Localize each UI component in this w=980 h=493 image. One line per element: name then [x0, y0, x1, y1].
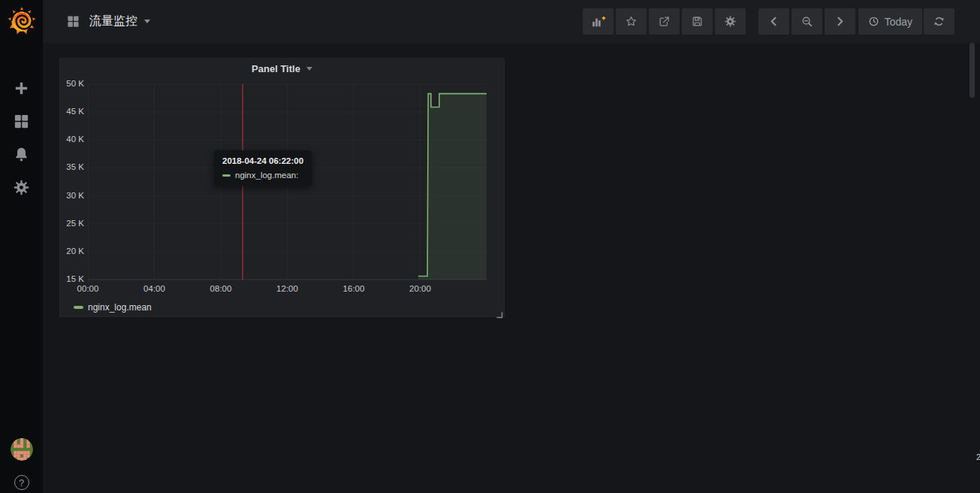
- zoom-out-button[interactable]: [792, 8, 822, 35]
- scrollbar-thumb[interactable]: [969, 43, 975, 98]
- dashboard-title: 流量监控: [89, 14, 137, 29]
- tooltip-timestamp: 2018-04-24 06:22:00: [222, 156, 303, 165]
- legend-color-swatch: [74, 306, 83, 309]
- y-tick-label: 30 K: [54, 191, 84, 200]
- dashboard-grid-icon: [66, 14, 80, 29]
- legend-item[interactable]: nginx_log.mean: [74, 302, 152, 313]
- sidebar-item-alerting[interactable]: [0, 145, 43, 163]
- time-picker-button[interactable]: Today: [858, 8, 922, 35]
- zoom-out-icon: [801, 15, 813, 28]
- add-panel-button[interactable]: [583, 8, 614, 35]
- series-color-swatch: [222, 174, 231, 177]
- user-avatar[interactable]: [11, 438, 33, 461]
- time-picker-label: Today: [885, 16, 912, 28]
- y-tick-label: 20 K: [54, 246, 84, 256]
- y-tick-label: 15 K: [54, 274, 84, 283]
- x-tick-label: 20:00: [398, 284, 443, 293]
- sidebar-item-create[interactable]: [0, 79, 43, 97]
- panel-menu-caret-icon: [306, 67, 312, 71]
- x-tick-label: 12:00: [265, 284, 310, 293]
- sidebar-item-dashboards[interactable]: [0, 112, 43, 130]
- panel-resize-handle[interactable]: [496, 308, 503, 316]
- x-tick-label: 16:00: [331, 284, 376, 293]
- navbar: 流量监控 Today: [43, 0, 980, 43]
- settings-button[interactable]: [715, 8, 746, 35]
- refresh-button[interactable]: [924, 8, 954, 35]
- add-panel-icon: [590, 15, 606, 28]
- graph-tooltip: 2018-04-24 06:22:00 nginx_log.mean:: [214, 150, 312, 186]
- navbar-breadcrumb: 流量监控: [66, 14, 150, 29]
- bell-icon: [13, 146, 30, 163]
- share-button[interactable]: [649, 8, 680, 35]
- y-tick-label: 40 K: [54, 135, 84, 144]
- y-tick-label: 35 K: [54, 162, 84, 171]
- x-tick-label: 04:00: [132, 284, 177, 293]
- grafana-logo[interactable]: [6, 5, 38, 37]
- tooltip-series-label: nginx_log.mean:: [235, 171, 298, 180]
- star-icon: [625, 15, 638, 28]
- time-forward-button[interactable]: [825, 8, 855, 35]
- navbar-actions-area: Today: [580, 8, 954, 35]
- caret-down-icon: [144, 20, 150, 23]
- sidebar-footer: ?: [0, 438, 43, 491]
- panel-header[interactable]: Panel Title: [60, 59, 504, 79]
- navbar-actions: [580, 8, 746, 35]
- x-tick-label: 08:00: [198, 284, 243, 293]
- gear-icon: [724, 15, 737, 28]
- star-button[interactable]: [616, 8, 647, 35]
- refresh-icon: [933, 15, 945, 28]
- chevron-left-icon: [767, 15, 780, 28]
- legend-series-name: nginx_log.mean: [88, 302, 152, 313]
- side-menu: ?: [0, 0, 43, 493]
- question-icon: ?: [14, 475, 29, 490]
- sidebar-item-help[interactable]: ?: [0, 473, 43, 491]
- save-button[interactable]: [682, 8, 713, 35]
- time-back-button[interactable]: [758, 8, 789, 35]
- legend: nginx_log.mean: [74, 302, 152, 313]
- graph-panel: Panel Title 50 K45 K40 K35 K30 K25 K20 K…: [59, 58, 505, 317]
- x-tick-label: 00:00: [65, 284, 110, 293]
- sidebar-item-configuration[interactable]: [0, 178, 43, 196]
- sidebar-items: [0, 79, 43, 196]
- navbar-time-nav: [756, 8, 855, 35]
- clock-icon: [868, 16, 879, 27]
- share-icon: [658, 15, 671, 28]
- dashboard-title-dropdown[interactable]: 流量监控: [89, 14, 150, 29]
- clipped-edge-text: 2: [976, 452, 980, 461]
- chart-plot-area[interactable]: 50 K45 K40 K35 K30 K25 K20 K15 K 00:0004…: [88, 84, 487, 280]
- save-icon: [691, 15, 704, 28]
- y-tick-label: 25 K: [54, 219, 84, 228]
- gear-icon: [13, 179, 30, 196]
- chevron-right-icon: [834, 15, 846, 28]
- plus-icon: [13, 80, 30, 97]
- grid-icon: [13, 113, 30, 130]
- panel-title: Panel Title: [252, 63, 300, 74]
- y-tick-label: 45 K: [54, 107, 84, 116]
- y-tick-label: 50 K: [54, 79, 84, 88]
